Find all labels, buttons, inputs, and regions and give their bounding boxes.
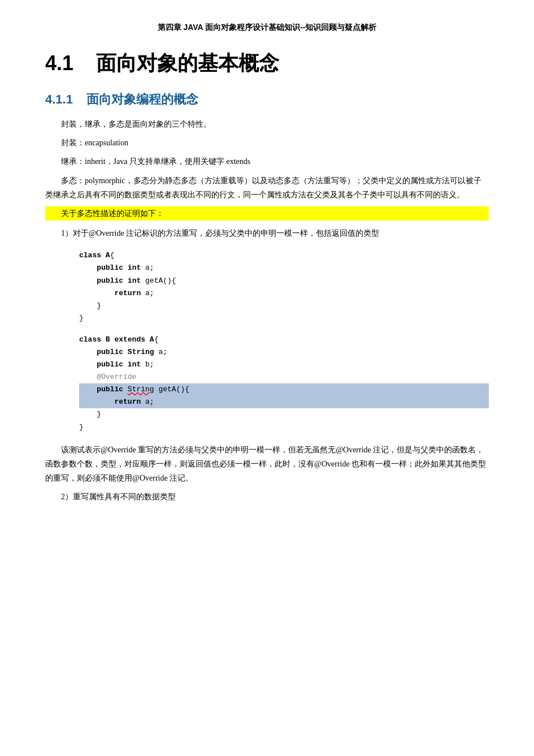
chapter-number: 4.1 — [45, 51, 73, 75]
section-number: 4.1.1 — [45, 92, 73, 106]
explanation-text: 该测试表示@Override 重写的方法必须与父类中的申明一模一样，但若无虽然无… — [45, 443, 489, 486]
page-header: 第四章 JAVA 面向对象程序设计基础知识--知识回顾与疑点解析 — [45, 23, 489, 33]
line4-text: 多态：polymorphic，多态分为静态多态（方法重载等）以及动态多态（方法重… — [45, 176, 481, 199]
section-title-text: 面向对象编程的概念 — [86, 92, 198, 106]
line2-text: 封装：encapsulation — [61, 139, 128, 147]
code-block-2: class B extends A{ public String a; publ… — [79, 334, 489, 434]
section-411-title: 4.1.1 面向对象编程的概念 — [45, 91, 489, 108]
code2-line-9: } — [79, 421, 489, 434]
code2-line-4: public int b; — [79, 358, 489, 371]
code-line-3: public int getA(){ — [79, 275, 489, 287]
highlighted-text: 关于多态性描述的证明如下： — [45, 206, 489, 221]
content-line3: 继承：inherit，Java 只支持单继承，使用关键字 extends — [45, 154, 489, 169]
code2-line-6: public String getA(){ — [79, 383, 489, 396]
code-block-1: class A{ public int a; public int getA()… — [79, 249, 489, 325]
code2-line-1: class B extends A{ — [79, 334, 489, 346]
content-line2: 封装：encapsulation — [45, 136, 489, 150]
code2-line-7: return a; — [79, 396, 489, 408]
highlighted-content: 关于多态性描述的证明如下： — [61, 209, 164, 218]
code-line-6: } — [79, 312, 489, 325]
chapter-title: 4.1 面向对象的基本概念 — [45, 50, 489, 77]
header-text: 第四章 JAVA 面向对象程序设计基础知识--知识回顾与疑点解析 — [158, 23, 377, 32]
item2-content: 2）重写属性具有不同的数据类型 — [61, 493, 176, 501]
item1-content: 1）对于@Override 注记标识的方法重写，必须与父类中的申明一模一样，包括… — [61, 229, 379, 237]
code2-line-8: } — [79, 408, 489, 421]
code-line-4: return a; — [79, 287, 489, 300]
item1-text: 1）对于@Override 注记标识的方法重写，必须与父类中的申明一模一样，包括… — [45, 226, 489, 240]
explanation-content: 该测试表示@Override 重写的方法必须与父类中的申明一模一样，但若无虽然无… — [45, 446, 486, 482]
code2-line-3: public String a; — [79, 346, 489, 358]
content-line4: 多态：polymorphic，多态分为静态多态（方法重载等）以及动态多态（方法重… — [45, 174, 489, 202]
code-line-2: public int a; — [79, 262, 489, 274]
line1-text: 封装，继承，多态是面向对象的三个特性。 — [61, 120, 211, 128]
content-line1: 封装，继承，多态是面向对象的三个特性。 — [45, 117, 489, 131]
line3-text: 继承：inherit，Java 只支持单继承，使用关键字 extends — [61, 157, 250, 166]
code-line-5: } — [79, 300, 489, 312]
item2-text: 2）重写属性具有不同的数据类型 — [45, 490, 489, 504]
chapter-title-text: 面向对象的基本概念 — [96, 51, 279, 75]
code2-line-5: @Override — [79, 371, 489, 383]
code-line-1: class A{ — [79, 249, 489, 262]
